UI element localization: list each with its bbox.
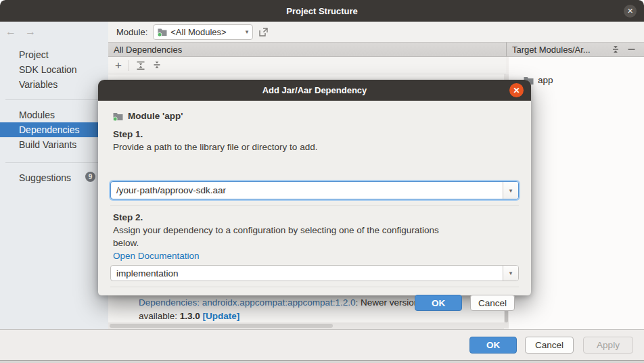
back-arrow-icon[interactable]: ← [5, 26, 16, 38]
step2-description-line2: below. [113, 238, 139, 248]
module-selector-value: <All Modules> [170, 27, 245, 37]
section-divider [110, 205, 519, 206]
target-modules-title: Target Modules/Ar... [512, 43, 612, 57]
dialog-cancel-button[interactable]: Cancel [470, 295, 515, 311]
chevron-down-icon: ▾ [246, 28, 249, 35]
sidebar-item-dependencies[interactable]: Dependencies [0, 122, 108, 137]
module-selector-dropdown[interactable]: <All Modules> ▾ [153, 24, 253, 40]
dialog-titlebar: Add Jar/Aar Dependency ✕ [98, 80, 531, 101]
project-structure-window: Project Structure ✕ ← → Project SDK Loca… [0, 0, 644, 363]
footer-bar: OK Cancel Apply [0, 329, 644, 360]
dialog-close-button[interactable]: ✕ [509, 83, 524, 97]
dialog-module-heading: Module 'app' [128, 111, 183, 121]
configuration-combobox: ▾ [110, 265, 519, 281]
module-folder-icon [113, 112, 123, 121]
cancel-button[interactable]: Cancel [525, 337, 574, 354]
hide-panel-icon[interactable] [628, 45, 639, 53]
sidebar: ← → Project SDK Location Variables Modul… [0, 22, 108, 329]
all-dependencies-header: All Dependencies [108, 42, 506, 57]
chevron-down-icon: ▾ [509, 270, 513, 276]
sidebar-item-variables[interactable]: Variables [0, 77, 108, 92]
add-jar-aar-dialog: Add Jar/Aar Dependency ✕ Module 'app' St… [98, 80, 531, 295]
collapse-all-icon[interactable] [612, 45, 622, 53]
dialog-body: Module 'app' Step 1. Provide a path to t… [98, 101, 531, 295]
window-bottom-edge [0, 360, 644, 363]
add-dependency-icon[interactable]: + [115, 60, 122, 71]
sidebar-item-project[interactable]: Project [0, 47, 108, 62]
window-title: Project Structure [286, 6, 357, 16]
open-in-new-window-icon[interactable] [259, 28, 268, 37]
window-close-button[interactable]: ✕ [624, 5, 637, 18]
module-folder-icon [158, 28, 167, 37]
module-item-label: app [538, 75, 553, 85]
forward-arrow-icon[interactable]: → [25, 26, 36, 38]
module-toolbar: Module: <All Modules> ▾ [108, 22, 644, 42]
step2-description-line1: Assign your dependency to a configuratio… [113, 225, 439, 235]
scrollbar-thumb[interactable] [110, 324, 333, 328]
library-path-combobox: ▾ [110, 181, 519, 199]
step2-title: Step 2. [113, 212, 143, 222]
step1-title: Step 1. [113, 129, 143, 139]
dependency-coordinate-link[interactable]: Dependencies: androidx.appcompat:appcomp… [139, 297, 355, 308]
path-dropdown-button[interactable]: ▾ [503, 182, 518, 199]
sidebar-item-sdk-location[interactable]: SDK Location [0, 62, 108, 77]
sidebar-item-modules[interactable]: Modules [0, 107, 108, 122]
target-modules-header: Target Modules/Ar... [506, 42, 644, 57]
module-label: Module: [116, 27, 147, 37]
sidebar-separator [5, 162, 103, 163]
sidebar-item-build-variants[interactable]: Build Variants [0, 137, 108, 152]
dialog-ok-button[interactable]: OK [415, 295, 462, 311]
ok-button[interactable]: OK [469, 337, 517, 354]
step1-description: Provide a path to the library file or di… [113, 142, 317, 152]
library-path-input[interactable] [111, 182, 503, 199]
configuration-input[interactable] [111, 266, 503, 281]
expand-all-icon[interactable] [136, 61, 145, 70]
configuration-dropdown-button[interactable]: ▾ [503, 266, 518, 281]
suggestions-count-badge: 9 [85, 172, 95, 182]
new-version-number: 1.3.0 [180, 311, 200, 321]
close-icon: ✕ [513, 86, 520, 95]
close-icon: ✕ [627, 7, 633, 16]
apply-button: Apply [583, 337, 633, 354]
toolbar-divider [129, 60, 129, 71]
update-link[interactable]: [Update] [203, 311, 240, 321]
sidebar-separator [5, 99, 103, 100]
horizontal-scrollbar[interactable] [108, 322, 504, 329]
dialog-title: Add Jar/Aar Dependency [262, 85, 367, 95]
chevron-down-icon: ▾ [509, 187, 513, 194]
section-divider [110, 287, 519, 287]
dependencies-toolbar: + [108, 57, 506, 74]
collapse-all-icon[interactable] [152, 61, 162, 70]
open-documentation-link[interactable]: Open Documentation [113, 251, 200, 261]
window-titlebar: Project Structure ✕ [0, 0, 644, 22]
